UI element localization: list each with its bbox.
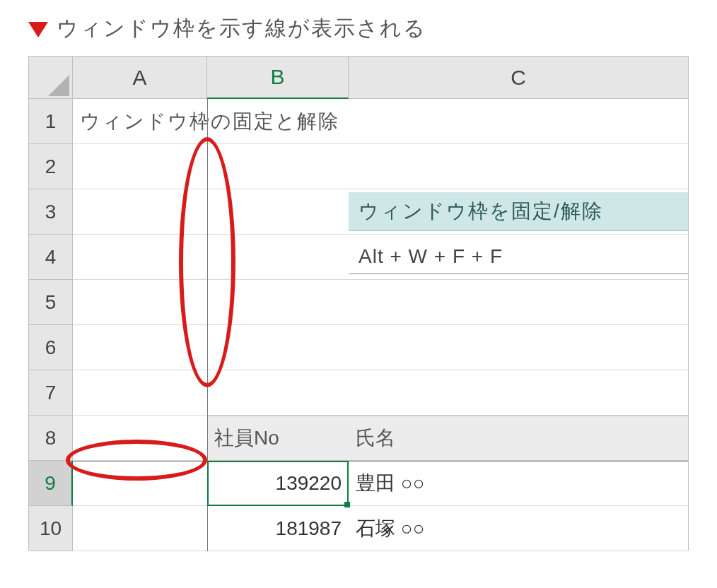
row-1: 1 ウィンドウ枠の固定と解除 [29, 99, 688, 144]
figure-caption: ウィンドウ枠を示す線が表示される [28, 14, 689, 43]
cell-B6[interactable] [207, 325, 349, 370]
cell-B9[interactable]: 139220 [207, 461, 349, 506]
cell-C2[interactable] [349, 144, 688, 189]
select-all-corner[interactable] [29, 57, 73, 99]
cell-C9[interactable]: 豊田 ○○ [349, 461, 688, 506]
cell-C3[interactable]: ウィンドウ枠を固定/解除 [349, 189, 688, 235]
cell-B4[interactable] [207, 235, 349, 280]
row-2: 2 [29, 144, 688, 189]
column-header-A[interactable]: A [73, 57, 207, 99]
row-5: 5 [29, 280, 688, 325]
row-10: 10 181987 石塚 ○○ [29, 506, 688, 551]
cell-A1[interactable]: ウィンドウ枠の固定と解除 [73, 99, 207, 144]
column-header-row: A B C [29, 57, 688, 99]
row-9: 9 139220 豊田 ○○ [29, 461, 688, 506]
cell-C1[interactable] [349, 99, 688, 144]
row-header-10[interactable]: 10 [29, 506, 73, 551]
row-7: 7 [29, 370, 688, 416]
callout-body: Alt + W + F + F [349, 240, 688, 274]
row-4: 4 Alt + W + F + F [29, 235, 688, 280]
column-header-C[interactable]: C [349, 57, 688, 99]
cell-A6[interactable] [73, 325, 207, 370]
cell-B10[interactable]: 181987 [207, 506, 349, 551]
row-header-3[interactable]: 3 [29, 189, 73, 235]
row-8: 8 社員No 氏名 [29, 416, 688, 461]
row-6: 6 [29, 325, 688, 370]
row-header-2[interactable]: 2 [29, 144, 73, 189]
column-header-B[interactable]: B [207, 57, 349, 99]
spreadsheet-area[interactable]: A B C 1 ウィンドウ枠の固定と解除 2 3 [28, 56, 689, 551]
callout-title: ウィンドウ枠を固定/解除 [349, 192, 688, 231]
row-header-7[interactable]: 7 [29, 370, 73, 416]
cell-A8[interactable] [73, 416, 207, 461]
cell-A4[interactable] [73, 235, 207, 280]
row-header-5[interactable]: 5 [29, 280, 73, 325]
cell-B1[interactable] [207, 99, 349, 144]
cell-C5[interactable] [349, 280, 688, 325]
cell-A7[interactable] [73, 370, 207, 416]
row-header-4[interactable]: 4 [29, 235, 73, 280]
cell-B5[interactable] [207, 280, 349, 325]
row-3: 3 ウィンドウ枠を固定/解除 [29, 189, 688, 235]
row-header-1[interactable]: 1 [29, 99, 73, 144]
svg-marker-0 [48, 75, 69, 96]
row-header-6[interactable]: 6 [29, 325, 73, 370]
cell-C8[interactable]: 氏名 [349, 416, 688, 461]
cell-A2[interactable] [73, 144, 207, 189]
caption-triangle-icon [28, 22, 48, 37]
caption-text: ウィンドウ枠を示す線が表示される [57, 14, 426, 43]
cell-C10[interactable]: 石塚 ○○ [349, 506, 688, 551]
cell-B3[interactable] [207, 189, 349, 235]
cell-C4[interactable]: Alt + W + F + F [349, 235, 688, 280]
cell-A10[interactable] [73, 506, 207, 551]
row-header-8[interactable]: 8 [29, 416, 73, 461]
cell-A5[interactable] [73, 280, 207, 325]
cell-A3[interactable] [73, 189, 207, 235]
cell-A9[interactable] [73, 461, 207, 506]
select-all-triangle-icon [48, 75, 69, 96]
cell-C6[interactable] [349, 325, 688, 370]
cell-B2[interactable] [207, 144, 349, 189]
cell-B7[interactable] [207, 370, 349, 416]
cell-C7[interactable] [349, 370, 688, 416]
row-header-9[interactable]: 9 [29, 461, 73, 506]
cell-B8[interactable]: 社員No [207, 416, 349, 461]
